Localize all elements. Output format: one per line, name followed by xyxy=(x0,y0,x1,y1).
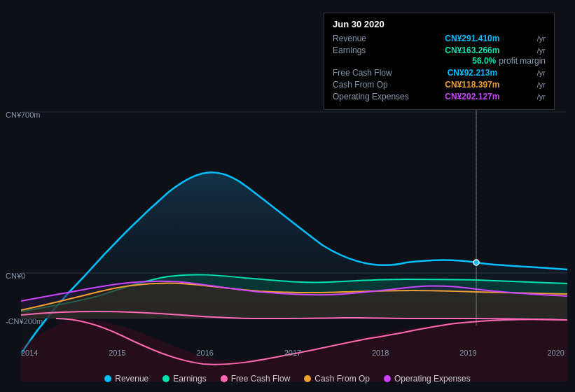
chart-legend: Revenue Earnings Free Cash Flow Cash Fro… xyxy=(0,374,575,384)
x-label-2016: 2016 xyxy=(197,349,214,357)
x-label-2015: 2015 xyxy=(109,349,125,357)
tooltip-row-cashfromop: Cash From Op CN¥118.397m /yr xyxy=(333,80,546,90)
tooltip-label-fcf: Free Cash Flow xyxy=(333,68,410,78)
tooltip-unit-opex: /yr xyxy=(537,92,546,101)
tooltip-row-opex: Operating Expenses CN¥202.127m /yr xyxy=(333,92,546,102)
x-label-2020: 2020 xyxy=(548,349,564,357)
x-label-2017: 2017 xyxy=(284,349,301,357)
legend-revenue[interactable]: Revenue xyxy=(104,374,148,384)
tooltip-unit-cashfromop: /yr xyxy=(537,80,546,89)
chart-container: Jun 30 2020 Revenue CN¥291.410m /yr Earn… xyxy=(0,0,575,392)
tooltip-value-cashfromop: CN¥118.397m xyxy=(445,80,499,90)
legend-fcf[interactable]: Free Cash Flow xyxy=(221,374,291,384)
tooltip-row-earnings: Earnings CN¥163.266m /yr xyxy=(333,46,546,55)
x-label-2018: 2018 xyxy=(372,349,389,357)
legend-dot-revenue xyxy=(104,375,111,382)
tooltip-label-cashfromop: Cash From Op xyxy=(333,80,410,90)
profit-margin-label: profit margin xyxy=(499,56,546,66)
profit-margin-value: 56.0% xyxy=(472,56,496,66)
tooltip-row-fcf: Free Cash Flow CN¥92.213m /yr xyxy=(333,68,546,78)
tooltip-label-earnings: Earnings xyxy=(333,46,410,55)
legend-label-cashfromop: Cash From Op xyxy=(314,374,370,384)
legend-cashfromop[interactable]: Cash From Op xyxy=(304,374,370,384)
legend-dot-cashfromop xyxy=(304,375,311,382)
legend-label-revenue: Revenue xyxy=(115,374,148,384)
legend-dot-opex xyxy=(384,375,391,382)
legend-label-fcf: Free Cash Flow xyxy=(231,374,291,384)
legend-opex[interactable]: Operating Expenses xyxy=(384,374,471,384)
x-label-2014: 2014 xyxy=(21,349,38,357)
svg-point-6 xyxy=(473,260,479,265)
x-label-2019: 2019 xyxy=(459,349,476,357)
tooltip-label-opex: Operating Expenses xyxy=(333,92,410,102)
legend-dot-fcf xyxy=(221,375,228,382)
tooltip-value-revenue: CN¥291.410m xyxy=(445,34,499,43)
tooltip-box: Jun 30 2020 Revenue CN¥291.410m /yr Earn… xyxy=(324,13,555,110)
tooltip-value-opex: CN¥202.127m xyxy=(445,92,499,102)
legend-label-opex: Operating Expenses xyxy=(394,374,471,384)
tooltip-unit-revenue: /yr xyxy=(537,34,546,43)
tooltip-label-revenue: Revenue xyxy=(333,34,410,43)
tooltip-date: Jun 30 2020 xyxy=(333,19,546,29)
profit-margin-row: 56.0% profit margin xyxy=(333,56,546,66)
legend-label-earnings: Earnings xyxy=(173,374,206,384)
legend-earnings[interactable]: Earnings xyxy=(162,374,206,384)
tooltip-unit-fcf: /yr xyxy=(537,69,546,77)
tooltip-value-earnings: CN¥163.266m xyxy=(445,46,499,55)
tooltip-row-revenue: Revenue CN¥291.410m /yr xyxy=(333,34,546,43)
legend-dot-earnings xyxy=(162,375,169,382)
tooltip-value-fcf: CN¥92.213m xyxy=(448,68,497,78)
x-axis-labels: 2014 2015 2016 2017 2018 2019 2020 xyxy=(21,349,564,357)
tooltip-unit-earnings: /yr xyxy=(537,46,546,55)
